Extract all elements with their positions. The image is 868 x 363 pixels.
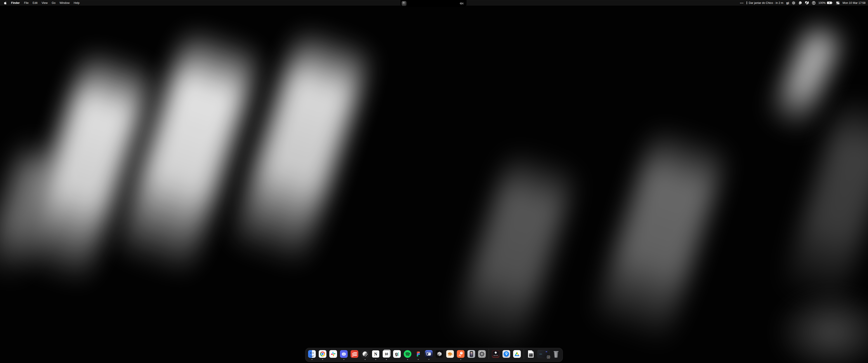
- grammarly-letter: g: [395, 352, 398, 356]
- menu-help[interactable]: Help: [72, 0, 82, 6]
- apple-icon: [4, 1, 6, 4]
- raycast-label: raycast: [493, 355, 498, 356]
- grammarly-cursor: [788, 2, 789, 4]
- cube-3d-icon: [436, 350, 443, 358]
- dock-postman[interactable]: [457, 350, 465, 358]
- discord-icon: [340, 350, 348, 358]
- wallpaper-band: [591, 127, 729, 348]
- minimized-window-thumbnail: 10: [537, 350, 549, 358]
- menu-edit[interactable]: Edit: [31, 0, 39, 6]
- document-file-icon: [528, 350, 534, 358]
- dock-iphone-mirroring[interactable]: [467, 350, 475, 358]
- dock-document[interactable]: [527, 350, 535, 358]
- wallpaper-band: [773, 289, 868, 363]
- raycast-diamond: [494, 351, 497, 354]
- notion-calendar-icon: 10: [382, 350, 390, 358]
- menu-bar-clock[interactable]: Mon 10 Mar 17:58: [843, 1, 866, 4]
- grammarly-icon: g: [393, 350, 401, 358]
- menu-bar-left: Finder File Edit View Go Window Help: [0, 0, 82, 6]
- wallpaper-band: [451, 150, 578, 356]
- linear-icon: [361, 350, 369, 358]
- iphone-mirroring-icon: [467, 350, 475, 358]
- trash-icon: [553, 350, 560, 358]
- audio-visualizer-icon: [460, 2, 463, 5]
- menu-window[interactable]: Window: [57, 0, 71, 6]
- menu-bar-status: ••• Dar jantar do Chico · in 2 m g: [740, 0, 868, 6]
- battery-status[interactable]: 100%: [818, 1, 833, 4]
- 1password-menu-icon[interactable]: [812, 1, 815, 5]
- system-settings-gear-icon: [478, 350, 486, 358]
- dock-discord[interactable]: [340, 350, 348, 358]
- dock-slack[interactable]: [329, 350, 337, 358]
- raycast-icon: raycast: [492, 350, 500, 358]
- dock-trash[interactable]: [552, 350, 560, 358]
- finder-icon: [308, 350, 316, 358]
- dock-grammarly[interactable]: g: [393, 350, 401, 358]
- dock-todoist[interactable]: [350, 350, 358, 358]
- dock-linear[interactable]: [361, 350, 369, 358]
- control-center-icon[interactable]: [836, 1, 840, 4]
- apple-menu[interactable]: [3, 0, 9, 6]
- calendar-day-number: 10: [385, 352, 388, 356]
- dock-google-drive[interactable]: [513, 350, 521, 358]
- dock-raycast[interactable]: raycast: [492, 350, 500, 358]
- pick-shape-icon[interactable]: [798, 1, 802, 5]
- screen-studio-icon: [425, 350, 433, 358]
- dock: N 10 g: [305, 348, 563, 362]
- battery-percent: 100%: [818, 1, 826, 4]
- grammarly-letter: g: [786, 2, 788, 4]
- dock-finder[interactable]: [308, 350, 316, 358]
- calendar-event-item[interactable]: Dar jantar do Chico · in 2 m: [747, 1, 783, 4]
- postman-icon: [457, 350, 465, 358]
- album-art[interactable]: [402, 1, 406, 6]
- menu-view[interactable]: View: [39, 0, 50, 6]
- desktop: Finder File Edit View Go Window Help •••…: [0, 0, 868, 363]
- dock-system-settings[interactable]: [478, 350, 486, 358]
- dock-1password[interactable]: [502, 350, 510, 358]
- dock-ivory[interactable]: [446, 350, 454, 358]
- dock-spotify[interactable]: [404, 350, 411, 358]
- chrome-icon: [319, 350, 327, 358]
- slack-icon: [329, 350, 337, 358]
- menu-app-name[interactable]: Finder: [9, 0, 22, 6]
- menu-go[interactable]: Go: [50, 0, 58, 6]
- dock-notion-calendar[interactable]: 10: [382, 350, 390, 358]
- wallpaper: [0, 0, 868, 363]
- status-overflow-icon[interactable]: •••: [740, 2, 744, 4]
- dock-divider: [524, 349, 524, 359]
- todoist-icon: [350, 350, 358, 358]
- event-text: Dar jantar do Chico · in 2 m: [749, 1, 783, 4]
- wallpaper-band: [767, 17, 846, 135]
- ivory-mammoth-icon: [446, 350, 454, 358]
- notion-letter: N: [374, 352, 377, 356]
- minimized-window-app-badge: 10: [547, 356, 550, 359]
- battery-charging-icon: [827, 1, 833, 4]
- menu-file[interactable]: File: [22, 0, 31, 6]
- 1password-icon: [502, 350, 510, 358]
- dock-minimized-window[interactable]: 10: [537, 350, 549, 358]
- dock-screen-studio[interactable]: [425, 350, 433, 358]
- notch-media-player: [401, 0, 467, 7]
- asterisk-gear-icon[interactable]: [792, 1, 796, 5]
- figma-icon: [414, 350, 422, 358]
- display-mirroring-icon[interactable]: [805, 1, 809, 4]
- event-bar-icon: [747, 1, 747, 4]
- dock-figma[interactable]: [414, 350, 422, 358]
- dock-chrome[interactable]: [319, 350, 327, 358]
- google-drive-icon: [513, 350, 521, 358]
- dock-cube-app[interactable]: [436, 350, 443, 358]
- spotify-icon: [404, 350, 411, 358]
- dock-notion[interactable]: N: [372, 350, 379, 358]
- dock-divider: [489, 349, 489, 359]
- notion-icon: N: [372, 350, 379, 358]
- grammarly-menu-icon[interactable]: g: [786, 2, 789, 4]
